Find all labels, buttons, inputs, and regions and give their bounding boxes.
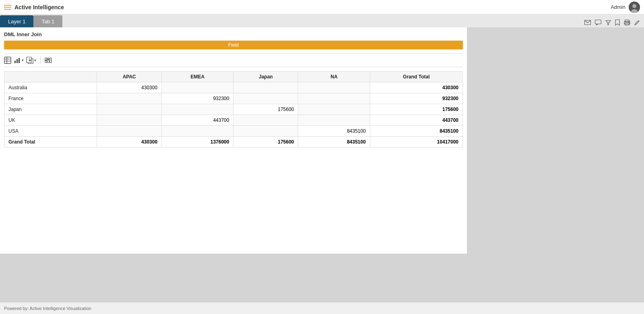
table-row: France932300932300 <box>4 93 463 104</box>
table-row: Japan175600175600 <box>4 104 463 115</box>
right-panel <box>467 27 644 254</box>
svg-rect-14 <box>17 59 18 63</box>
svg-rect-13 <box>14 61 16 63</box>
export-icon[interactable]: ▾ <box>26 57 36 64</box>
svg-rect-4 <box>595 20 601 24</box>
main-content: DML Inner Join Field ▾ <box>0 27 644 254</box>
hamburger-icon[interactable] <box>4 5 11 10</box>
svg-point-1 <box>632 4 636 8</box>
tab-bar-left: Layer 1 Tab 1 <box>0 15 62 27</box>
svg-rect-19 <box>50 58 52 63</box>
top-bar-left: Active Intelligence <box>4 4 64 10</box>
col-header-na: NA <box>298 72 370 82</box>
table-row: Australia430300430300 <box>4 82 463 93</box>
toolbar: ▾ ▾ <box>4 53 463 67</box>
table-row: USA84351008435100 <box>4 126 463 137</box>
bottom-area <box>0 254 644 302</box>
top-bar-right: Admin <box>611 2 640 13</box>
top-bar: Active Intelligence Admin <box>0 0 644 14</box>
svg-rect-15 <box>19 58 20 63</box>
bookmark-icon[interactable] <box>615 19 620 26</box>
tab-layer1[interactable]: Layer 1 <box>0 15 33 27</box>
tab-bar-right <box>584 19 644 27</box>
envelope-icon[interactable] <box>584 20 591 25</box>
col-header-emea: EMEA <box>162 72 233 82</box>
pivot-table: APAC EMEA Japan NA Grand Total Australia… <box>4 71 463 148</box>
avatar <box>629 2 640 13</box>
chart-icon[interactable]: ▾ <box>14 57 24 64</box>
print-icon[interactable] <box>624 20 630 25</box>
col-header-apac: APAC <box>97 72 162 82</box>
col-header-empty <box>4 72 97 82</box>
report-panel: DML Inner Join Field ▾ <box>0 27 467 254</box>
field-button[interactable]: Field <box>4 41 463 49</box>
tab-tab1[interactable]: Tab 1 <box>33 15 62 27</box>
filter-icon[interactable] <box>605 20 611 25</box>
report-title: DML Inner Join <box>4 31 463 37</box>
app-title: Active Intelligence <box>14 4 64 10</box>
col-header-japan: Japan <box>233 72 298 82</box>
svg-point-8 <box>628 22 629 23</box>
table-row: UK443700443700 <box>4 115 463 126</box>
table-icon[interactable] <box>4 57 11 64</box>
tab-bar: Layer 1 Tab 1 <box>0 14 644 27</box>
edit-icon[interactable] <box>634 20 640 25</box>
admin-label: Admin <box>611 4 625 10</box>
svg-rect-9 <box>4 57 11 64</box>
col-header-grand-total: Grand Total <box>370 72 462 82</box>
svg-rect-5 <box>625 20 629 22</box>
footer: Powered by: Active Intelligence Visualiz… <box>0 302 644 314</box>
grand-total-row: Grand Total43030013760001756008435100104… <box>4 137 463 148</box>
export-dropdown-chevron: ▾ <box>34 58 36 62</box>
comment-icon[interactable] <box>595 20 601 25</box>
footer-text: Powered by: Active Intelligence Visualiz… <box>4 306 91 311</box>
chart-dropdown-chevron: ▾ <box>22 58 24 62</box>
columns-adjust-icon[interactable] <box>45 57 52 64</box>
toolbar-divider <box>40 56 41 64</box>
